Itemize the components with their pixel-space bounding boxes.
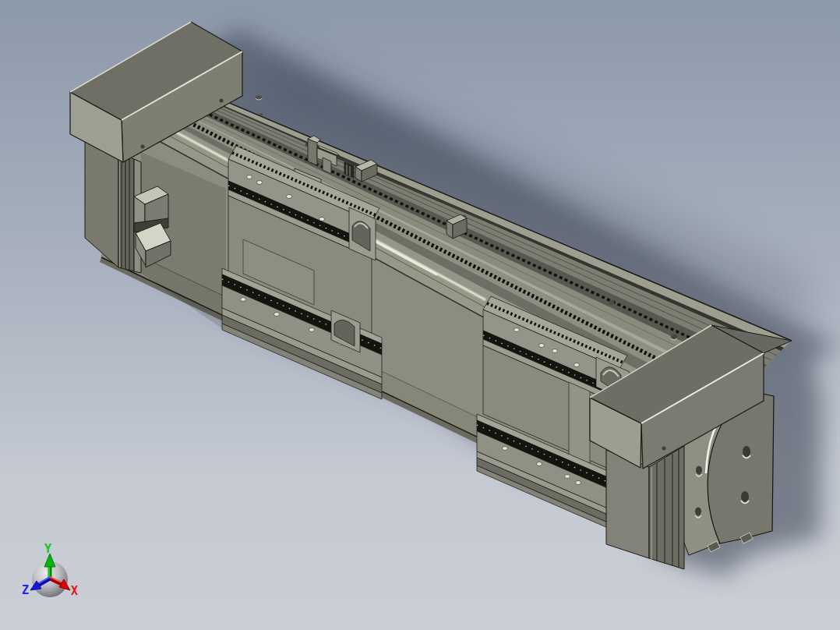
sensor-blocks: [134, 186, 171, 267]
axis-z-label: Z: [22, 583, 29, 597]
axis-x-label: X: [71, 584, 78, 598]
cad-viewport[interactable]: Y X Z: [0, 0, 840, 630]
axis-y-label: Y: [44, 542, 51, 556]
